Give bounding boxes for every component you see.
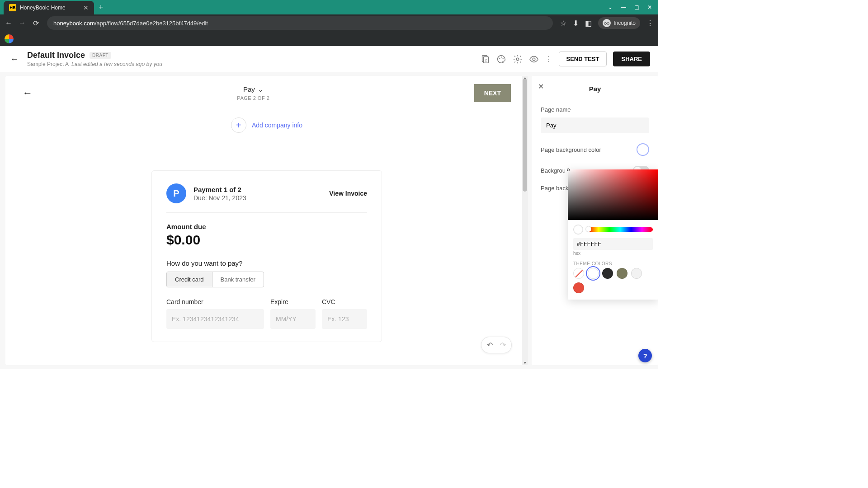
svg-point-7 (502, 58, 503, 59)
send-test-button[interactable]: SEND TEST (559, 52, 607, 66)
tabs-dropdown-icon[interactable]: ⌄ (608, 4, 613, 10)
payment-title: Payment 1 of 2 (193, 186, 322, 193)
bookmarks-bar (0, 32, 658, 46)
browser-tab[interactable]: HB HoneyBook: Home ✕ (4, 1, 94, 14)
color-saturation-field[interactable] (568, 169, 658, 220)
swatch-light[interactable] (631, 268, 642, 279)
svg-point-0 (604, 23, 607, 25)
undo-button[interactable]: ↶ (487, 341, 493, 349)
preview-icon[interactable] (529, 54, 539, 64)
close-window-icon[interactable]: ✕ (647, 4, 652, 10)
expire-label: Expire (270, 298, 316, 305)
expire-input[interactable] (270, 309, 316, 329)
add-company-row[interactable]: + Add company info (12, 108, 522, 143)
amount-value: $0.00 (166, 232, 367, 248)
chrome-menu-icon[interactable]: ⋮ (646, 19, 654, 28)
next-button[interactable]: NEXT (474, 84, 511, 102)
page-title: Default Invoice (27, 51, 85, 60)
bg-color-swatch[interactable] (637, 143, 649, 156)
workspace: ← Pay ⌄ PAGE 2 OF 2 NEXT + Add company i… (0, 72, 658, 369)
hex-label: hex (573, 251, 653, 256)
hue-handle[interactable] (586, 226, 591, 232)
amount-label: Amount due (166, 223, 367, 230)
draft-badge: DRAFT (90, 52, 111, 59)
add-company-label: Add company info (252, 122, 302, 129)
bg-color-label: Page background color (541, 146, 601, 153)
more-menu-icon[interactable]: ⋮ (545, 55, 552, 63)
cvc-input[interactable] (322, 309, 367, 329)
pages-icon[interactable]: 2 (480, 54, 490, 64)
scroll-thumb[interactable] (523, 79, 527, 192)
swatch-red[interactable] (573, 282, 584, 293)
color-picker-popover: hex THEME COLORS (568, 169, 658, 300)
theme-icon[interactable] (496, 54, 506, 64)
bookmark-star-icon[interactable]: ☆ (560, 19, 566, 28)
pay-option-credit[interactable]: Credit card (167, 272, 212, 287)
current-color-swatch (573, 225, 583, 235)
chevron-down-icon: ⌄ (258, 85, 264, 94)
help-button[interactable]: ? (638, 349, 652, 362)
theme-colors-label: THEME COLORS (568, 258, 658, 268)
hex-input[interactable] (573, 238, 653, 250)
hue-slider[interactable] (588, 227, 653, 232)
favicon: HB (9, 4, 16, 11)
maximize-icon[interactable]: ▢ (634, 4, 639, 10)
swatch-dark[interactable] (602, 268, 613, 279)
svg-point-6 (500, 56, 501, 57)
incognito-icon (603, 19, 611, 27)
scrollbar[interactable]: ▴ ▾ (522, 76, 528, 365)
card-number-input[interactable] (166, 309, 264, 329)
share-button[interactable]: SHARE (613, 52, 650, 66)
plus-icon[interactable]: + (231, 117, 246, 133)
cvc-label: CVC (322, 298, 367, 305)
back-icon[interactable]: ← (5, 19, 13, 27)
redo-button[interactable]: ↷ (500, 341, 506, 349)
page-name-label: Page name (541, 106, 649, 113)
swatch-olive[interactable] (617, 268, 627, 279)
svg-point-5 (499, 58, 500, 59)
minimize-icon[interactable]: — (621, 4, 626, 10)
bookmark-chrome-icon[interactable] (5, 34, 14, 43)
page-name-input[interactable] (541, 117, 649, 133)
theme-swatches (568, 268, 658, 300)
settings-icon[interactable] (513, 54, 523, 64)
canvas-page-nav: ← Pay ⌄ PAGE 2 OF 2 NEXT (12, 76, 522, 102)
reload-icon[interactable]: ⟳ (32, 19, 40, 28)
svg-point-8 (516, 58, 519, 61)
swatch-none[interactable] (573, 268, 584, 279)
step-dropdown[interactable]: Pay ⌄ (243, 85, 264, 94)
browser-toolbar: ← → ⟳ honeybook.com/app/flow/655d7dae0e2… (0, 14, 658, 32)
view-invoice-link[interactable]: View Invoice (329, 190, 367, 197)
header-titles: Default Invoice DRAFT Sample Project A L… (27, 51, 474, 67)
forward-icon[interactable]: → (18, 19, 26, 27)
close-tab-icon[interactable]: ✕ (83, 4, 89, 11)
scroll-down-icon[interactable]: ▾ (522, 361, 528, 365)
canvas: ← Pay ⌄ PAGE 2 OF 2 NEXT + Add company i… (5, 76, 528, 365)
canvas-back-button[interactable]: ← (23, 87, 33, 99)
undo-redo-toolbar: ↶ ↷ (481, 337, 512, 353)
download-icon[interactable]: ⬇ (573, 19, 579, 28)
page-counter: PAGE 2 OF 2 (33, 95, 474, 101)
saturation-handle[interactable] (567, 169, 570, 171)
incognito-badge[interactable]: Incognito (598, 17, 640, 29)
tab-title: HoneyBook: Home (20, 5, 80, 11)
pay-method-toggle: Credit card Bank transfer (166, 272, 264, 287)
page-back-label: Page back (541, 185, 568, 192)
swatch-white[interactable] (588, 268, 599, 279)
bg-image-label: Backgrou (541, 167, 566, 174)
browser-tab-strip: HB HoneyBook: Home ✕ + ⌄ — ▢ ✕ (0, 0, 658, 14)
payment-avatar: P (166, 183, 186, 203)
payment-due: Due: Nov 21, 2023 (193, 194, 322, 202)
back-button[interactable]: ← (8, 52, 21, 66)
address-bar[interactable]: honeybook.com/app/flow/655d7dae0e2be3125… (47, 16, 553, 30)
close-sidebar-icon[interactable]: ✕ (538, 82, 544, 91)
header-subtitle: Sample Project A Last edited a few secon… (27, 61, 474, 67)
svg-point-9 (533, 58, 535, 61)
url-text: honeybook.com/app/flow/655d7dae0e2be3125… (53, 20, 208, 27)
new-tab-button[interactable]: + (99, 3, 104, 12)
payment-card: P Payment 1 of 2 Due: Nov 21, 2023 View … (151, 170, 382, 342)
side-panel-icon[interactable]: ◧ (585, 19, 592, 28)
pay-method-label: How do you want to pay? (166, 259, 367, 267)
pay-option-bank[interactable]: Bank transfer (212, 272, 264, 287)
card-number-label: Card number (166, 298, 264, 305)
